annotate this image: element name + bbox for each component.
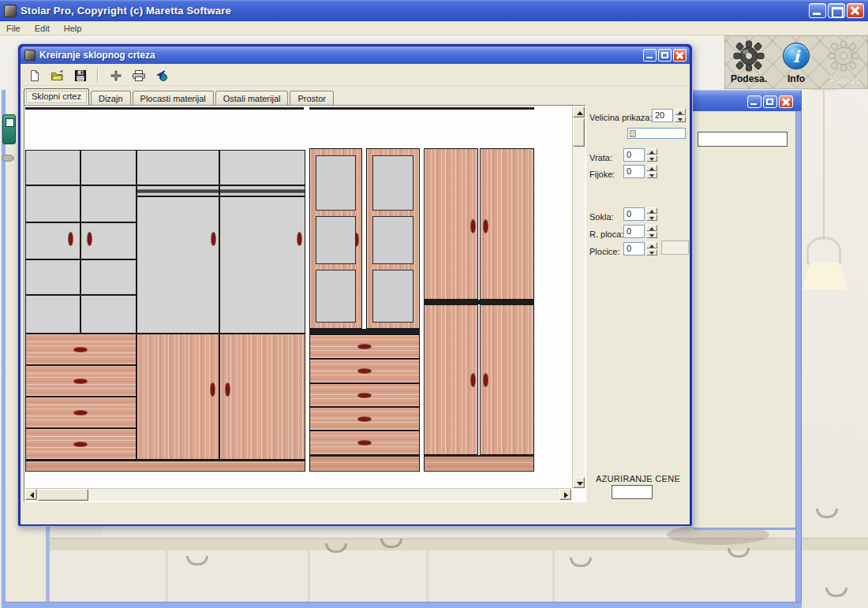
cabinet-panel — [80, 150, 137, 185]
photo-cabinet-seam — [308, 550, 310, 608]
spin-down-button[interactable] — [646, 249, 657, 256]
vertical-scroll-thumb[interactable] — [573, 118, 585, 147]
spin-down-button[interactable] — [646, 155, 657, 162]
zoom-trackbar[interactable] — [627, 128, 686, 139]
menu-edit[interactable]: Edit — [35, 24, 50, 33]
photo-cabinet-seam — [426, 550, 428, 608]
chandelier-stem — [823, 91, 825, 241]
menu-help[interactable]: Help — [64, 24, 82, 33]
velicina-prikaza-label: Velicina prikaza: — [589, 113, 653, 122]
cabinet-panel — [316, 216, 356, 264]
tab-dizajn[interactable]: Dizajn — [91, 91, 131, 105]
plocice-value[interactable]: 0 — [623, 242, 645, 256]
sokla-label: Sokla: — [589, 212, 614, 222]
spin-up-button[interactable] — [675, 109, 686, 115]
spin-up-button[interactable] — [646, 242, 657, 248]
pomoc-label: Pomoc — [821, 73, 866, 84]
tab-plocasti-materijal[interactable]: Plocasti materijal — [133, 91, 214, 105]
background-window-titlebar[interactable] — [691, 90, 802, 111]
plocice-label: Plocice: — [589, 247, 620, 256]
cabinet-handle — [358, 369, 371, 373]
pomoc-button[interactable]: Pomoc — [821, 39, 866, 84]
cabinet-handle — [484, 374, 488, 386]
spin-up-button[interactable] — [646, 225, 657, 231]
gear-icon — [727, 39, 771, 73]
child-maximize-button[interactable] — [658, 49, 672, 62]
cabinet-handle — [74, 348, 87, 352]
parameters-panel: Velicina prikaza: 20 Vrata: 0 Fijoke: 0 … — [586, 105, 690, 502]
info-label: Info — [774, 73, 818, 84]
azuriranje-cene-input[interactable] — [612, 485, 653, 499]
print-button[interactable] — [129, 67, 148, 84]
vertical-scrollbar[interactable] — [572, 106, 585, 488]
cabinet-panel — [219, 150, 305, 185]
horizontal-scrollbar[interactable] — [25, 488, 571, 501]
child-close-button[interactable] — [673, 49, 687, 62]
scroll-down-button[interactable] — [573, 477, 585, 488]
horizontal-scroll-thumb[interactable] — [38, 489, 88, 501]
plocice-extra-field[interactable] — [661, 241, 689, 255]
spin-down-button[interactable] — [675, 116, 686, 122]
background-window-bottom-border — [2, 602, 802, 608]
vrata-spinner: 0 — [623, 148, 657, 162]
spin-down-button[interactable] — [646, 232, 657, 238]
background-window-input[interactable] — [698, 132, 788, 147]
child-titlebar[interactable]: Kreiranje sklopnog crteza — [21, 47, 690, 64]
move-button[interactable] — [107, 67, 125, 84]
scroll-right-button[interactable] — [559, 489, 571, 500]
save-button[interactable] — [71, 67, 89, 84]
close-button[interactable] — [847, 3, 864, 18]
tab-ostali-materijal[interactable]: Ostali materijal — [215, 91, 289, 105]
plocice-spinner: 0 — [623, 242, 657, 256]
info-button[interactable]: i Info — [774, 39, 818, 84]
bg-minimize-button[interactable] — [747, 95, 761, 108]
scroll-up-button[interactable] — [573, 106, 585, 117]
sokla-value[interactable]: 0 — [623, 207, 645, 221]
bg-maximize-button[interactable] — [763, 95, 777, 108]
cabinet-panel — [309, 107, 534, 110]
open-button[interactable] — [48, 67, 66, 84]
spin-up-button[interactable] — [646, 207, 657, 214]
cabinet-panel — [424, 148, 478, 300]
spin-up-button[interactable] — [646, 148, 657, 155]
cabinet-panel — [25, 295, 80, 334]
menu-file[interactable]: File — [6, 24, 21, 33]
tab-prostor[interactable]: Prostor — [290, 91, 333, 105]
cabinet-panel — [137, 185, 219, 196]
cabinet-panel — [25, 150, 80, 185]
cabinet-panel — [219, 185, 305, 196]
cabinet-panel — [309, 455, 420, 472]
maximize-button[interactable] — [828, 3, 845, 18]
minimize-button[interactable] — [809, 3, 826, 18]
tool-machine-icon — [2, 114, 16, 144]
scroll-left-button[interactable] — [25, 489, 37, 500]
velicina-prikaza-value[interactable]: 20 — [652, 109, 673, 122]
r-ploca-label: R. ploca: — [589, 229, 623, 239]
cabinet-handle — [74, 442, 87, 446]
podesa-button[interactable]: Podesa. — [727, 39, 771, 84]
save-icon — [74, 69, 87, 82]
cabinet-handle — [358, 345, 371, 349]
cabinet-panel — [372, 270, 413, 323]
child-minimize-button[interactable] — [643, 49, 657, 62]
spin-up-button[interactable] — [646, 165, 657, 171]
vrata-value[interactable]: 0 — [623, 148, 645, 162]
exit-button[interactable] — [152, 67, 170, 84]
tab-sklopni-crtez[interactable]: Sklopni crtez — [24, 88, 89, 105]
child-toolbar — [21, 65, 690, 86]
bg-close-button[interactable] — [779, 95, 793, 108]
r-ploca-value[interactable]: 0 — [623, 225, 645, 238]
new-document-button[interactable] — [25, 67, 43, 84]
spin-down-button[interactable] — [646, 172, 657, 178]
cabinet-handle — [69, 233, 73, 245]
spin-down-button[interactable] — [646, 214, 657, 221]
trackbar-slider[interactable] — [630, 130, 636, 137]
cabinet-panel — [480, 304, 534, 455]
cabinet-handle — [358, 417, 371, 421]
sokla-spinner: 0 — [623, 207, 657, 222]
cabinet-handle — [358, 441, 371, 445]
new-document-icon — [28, 69, 41, 82]
chandelier-shade — [802, 263, 847, 289]
fijoke-value[interactable]: 0 — [623, 165, 645, 178]
main-titlebar: Stolar Pro, Copyright (c) Maretta Softwa… — [0, 0, 868, 21]
